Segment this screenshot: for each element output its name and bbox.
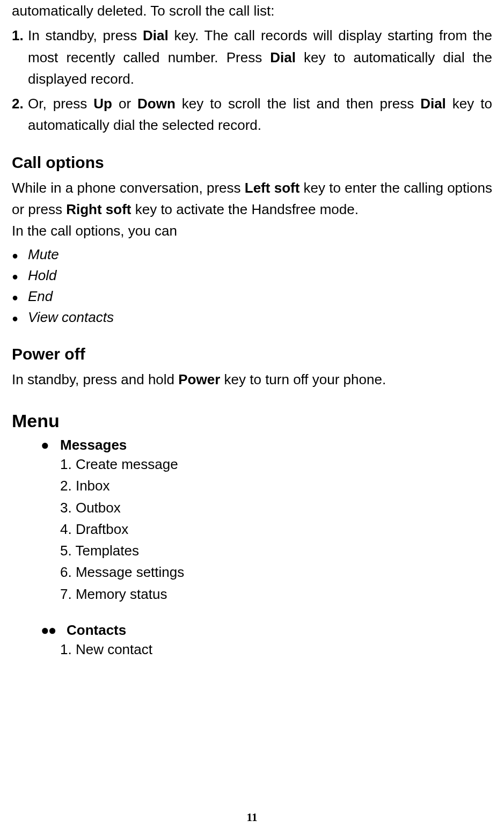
menu-heading: Menu bbox=[12, 411, 492, 431]
menu-subitem: 2. Inbox bbox=[60, 475, 492, 496]
bullet-item: ●View contacts bbox=[12, 307, 492, 328]
menu-category-dots: ● bbox=[41, 437, 60, 453]
bullet-label: Mute bbox=[28, 244, 59, 265]
power-off-heading: Power off bbox=[12, 345, 492, 363]
step-number: 2. bbox=[12, 93, 28, 136]
step-number: 1. bbox=[12, 25, 28, 90]
bullet-icon: ● bbox=[12, 268, 28, 284]
bullet-label: View contacts bbox=[28, 307, 114, 328]
bullet-item: ●Hold bbox=[12, 265, 492, 286]
call-options-leadin: In the call options, you can bbox=[12, 220, 492, 241]
bullet-label: End bbox=[28, 286, 53, 307]
bullet-icon: ● bbox=[12, 310, 28, 326]
step-item: 2.Or, press Up or Down key to scroll the… bbox=[12, 93, 492, 136]
bullet-item: ●End bbox=[12, 286, 492, 307]
bullet-icon: ● bbox=[12, 247, 28, 263]
menu-subitem: 4. Draftbox bbox=[60, 518, 492, 540]
intro-line: automatically deleted. To scroll the cal… bbox=[12, 0, 492, 21]
power-off-paragraph: In standby, press and hold Power key to … bbox=[12, 369, 492, 390]
bullet-icon: ● bbox=[12, 289, 28, 305]
menu-subitems: 1. Create message2. Inbox3. Outbox4. Dra… bbox=[41, 453, 492, 605]
bullet-label: Hold bbox=[28, 265, 56, 286]
call-options-paragraph: While in a phone conversation, press Lef… bbox=[12, 177, 492, 221]
menu-category-name: Messages bbox=[60, 437, 127, 453]
menu-category-dots: ●● bbox=[41, 622, 67, 639]
menu-subitem: 6. Message settings bbox=[60, 561, 492, 583]
menu-subitem: 3. Outbox bbox=[60, 497, 492, 518]
menu-subitems: 1. New contact bbox=[41, 639, 492, 660]
menu-subitem: 1. New contact bbox=[60, 639, 492, 660]
bullet-item: ●Mute bbox=[12, 244, 492, 265]
menu-block: ●Messages1. Create message2. Inbox3. Out… bbox=[12, 437, 492, 660]
numbered-steps: 1.In standby, press Dial key. The call r… bbox=[12, 25, 492, 136]
menu-category-name: Contacts bbox=[67, 622, 126, 639]
step-item: 1.In standby, press Dial key. The call r… bbox=[12, 25, 492, 90]
manual-page: automatically deleted. To scroll the cal… bbox=[0, 0, 504, 835]
step-body: Or, press Up or Down key to scroll the l… bbox=[28, 93, 492, 136]
page-number: 11 bbox=[0, 811, 504, 824]
menu-subitem: 1. Create message bbox=[60, 453, 492, 475]
step-body: In standby, press Dial key. The call rec… bbox=[28, 25, 492, 90]
menu-category: ●●Contacts bbox=[41, 622, 492, 639]
call-options-heading: Call options bbox=[12, 153, 492, 172]
menu-subitem: 5. Templates bbox=[60, 540, 492, 561]
call-options-bullets: ●Mute●Hold●End●View contacts bbox=[12, 244, 492, 328]
menu-subitem: 7. Memory status bbox=[60, 583, 492, 605]
menu-category: ●Messages bbox=[41, 437, 492, 453]
